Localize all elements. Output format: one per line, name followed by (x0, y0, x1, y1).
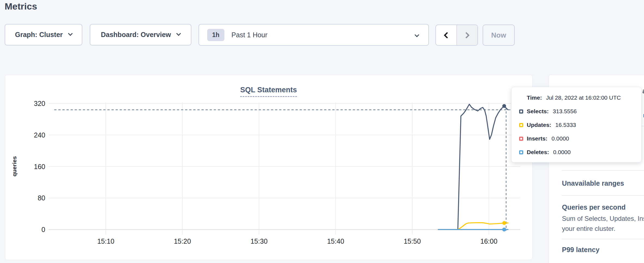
page-title: Metrics (5, 1, 37, 12)
tooltip-series-value: 313.5556 (553, 108, 577, 115)
tooltip-series-label: Inserts: (527, 135, 547, 142)
time-window-back-button[interactable] (436, 25, 456, 45)
time-window-arrows (435, 25, 478, 46)
tooltip-time-label: Time: (527, 94, 542, 101)
chart-tooltip: Time: Jul 28, 2022 at 16:02:00 UTC Selec… (511, 87, 642, 163)
time-range-dropdown[interactable]: 1h Past 1 Hour (198, 24, 429, 46)
sidebar-item-description-line1: Sum of Selects, Updates, Inserts and Del… (562, 215, 644, 222)
sidebar-divider (562, 239, 644, 239)
dashboard-dropdown[interactable]: Dashboard: Overview (90, 24, 191, 45)
tooltip-series-value: 0.0000 (553, 149, 571, 155)
tooltip-series-label: Deletes: (527, 149, 549, 155)
sidebar-item-description-line2: your entire cluster. (562, 225, 615, 233)
deletes-swatch-icon (519, 150, 523, 154)
updates-swatch-icon (519, 123, 523, 127)
graph-dropdown[interactable]: Graph: Cluster (5, 24, 82, 45)
sidebar-divider (562, 170, 644, 171)
sidebar-divider (562, 195, 644, 196)
tooltip-series-row: Updates: 16.5333 (519, 122, 634, 128)
time-range-badge: 1h (207, 29, 224, 41)
selects-swatch-icon (519, 109, 523, 114)
chevron-down-icon (176, 31, 181, 36)
sidebar-item-unavailable-ranges[interactable]: Unavailable ranges (562, 179, 624, 187)
tooltip-series-row: Deletes: 0.0000 (519, 149, 634, 155)
metrics-page: { "page": { "title": "Metrics" }, "toolb… (0, 0, 644, 263)
tooltip-series-row: Selects: 313.5556 (519, 108, 634, 115)
tooltip-series-label: Selects: (527, 108, 549, 115)
tooltip-time-value: Jul 28, 2022 at 16:02:00 UTC (546, 94, 621, 101)
time-range-label: Past 1 Hour (231, 31, 267, 39)
sidebar-item-queries-per-second[interactable]: Queries per second (562, 203, 625, 211)
now-button[interactable]: Now (483, 25, 515, 46)
chart-plot-area[interactable] (49, 102, 520, 230)
tooltip-series-value: 16.5333 (555, 122, 576, 128)
tooltip-series-value: 0.0000 (552, 135, 569, 142)
chevron-down-icon (415, 33, 419, 37)
chevron-left-icon (444, 32, 450, 38)
graph-dropdown-label: Graph: Cluster (15, 31, 63, 39)
chevron-right-icon (463, 32, 470, 38)
tooltip-series-label: Updates: (527, 122, 551, 128)
chart-title[interactable]: SQL Statements (240, 86, 297, 97)
tooltip-time-row: Time: Jul 28, 2022 at 16:02:00 UTC (527, 94, 634, 101)
sidebar-clipped-link-fragment (643, 114, 644, 117)
time-window-forward-button[interactable] (456, 25, 477, 45)
inserts-swatch-icon (519, 137, 523, 141)
sidebar-clipped-text-fragment: a (642, 87, 644, 95)
sidebar-item-p99-latency[interactable]: P99 latency (562, 246, 600, 254)
chevron-down-icon (68, 31, 73, 36)
tooltip-series-row: Inserts: 0.0000 (519, 135, 634, 142)
dashboard-dropdown-label: Dashboard: Overview (101, 31, 171, 39)
